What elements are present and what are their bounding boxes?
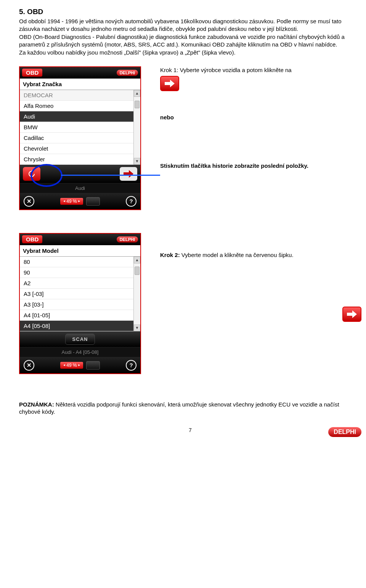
scroll-thumb[interactable] <box>135 267 140 275</box>
list-item[interactable]: Alfa Romeo <box>20 101 133 111</box>
help-icon[interactable]: ? <box>126 360 136 371</box>
scroll-up-icon[interactable]: ▲ <box>134 90 140 97</box>
list-item[interactable]: A4 [05-08] <box>20 321 133 331</box>
scroll-thumb[interactable] <box>135 101 140 108</box>
keyboard-icon[interactable] <box>86 197 100 206</box>
device-screen-1: OBD DELPHI Vybrat Značka DEMOCARAlfa Rom… <box>19 66 141 210</box>
intro-paragraph-3: Za každou volbou nabídky jsou možnosti „… <box>19 49 361 56</box>
step2-text: Krok 2: Vyberte model a klikněte na červ… <box>160 251 361 259</box>
list-title: Vybrat Značka <box>20 79 140 90</box>
list-item[interactable]: DEMOCAR <box>20 90 133 101</box>
list-item[interactable]: Cadillac <box>20 133 133 143</box>
list-item[interactable]: A3 [-03] <box>20 289 133 299</box>
step1-text: Krok 1: Vyberte výrobce vozidla a potom … <box>160 66 361 74</box>
obd-badge: OBD <box>22 69 42 77</box>
list-item[interactable]: Chrysler <box>20 154 133 165</box>
status-text: Audi <box>20 183 140 193</box>
history-button[interactable] <box>23 167 40 181</box>
list-item[interactable]: 90 <box>20 267 133 278</box>
keyboard-icon[interactable] <box>86 361 100 370</box>
footnote: POZNÁMKA: Některá vozidla podporují funk… <box>19 401 361 416</box>
obd-badge: OBD <box>22 235 42 243</box>
list-item[interactable]: A2 <box>20 278 133 289</box>
next-button[interactable] <box>120 167 137 181</box>
scrollbar[interactable]: ▲ ▼ <box>133 90 140 165</box>
delphi-badge: DELPHI <box>117 236 138 243</box>
list-item[interactable]: 80 <box>20 257 133 267</box>
list-item[interactable]: Chevrolet <box>20 143 133 154</box>
page-number: 7 <box>189 427 192 433</box>
intro-paragraph-1: Od období 1994 - 1996 je většina nových … <box>19 18 361 32</box>
close-icon[interactable]: ✕ <box>24 196 34 207</box>
intro-paragraph-2: OBD (On-Board Diagnostics - Palubní diag… <box>19 33 361 48</box>
history-hint: Stisknutím tlačítka historie zobrazíte p… <box>160 162 308 169</box>
delphi-logo: DELPHI <box>328 427 361 437</box>
screenshot-1-container: OBD DELPHI Vybrat Značka DEMOCARAlfa Rom… <box>19 66 149 210</box>
percent-indicator[interactable]: ◄49 %► <box>60 198 83 205</box>
nebo-text: nebo <box>160 114 174 120</box>
close-icon[interactable]: ✕ <box>24 360 34 371</box>
list-item[interactable]: A3 [03-] <box>20 299 133 310</box>
delphi-badge: DELPHI <box>117 70 138 76</box>
list-title: Vybrat Model <box>20 245 140 257</box>
percent-indicator[interactable]: ◄49 %► <box>60 362 83 369</box>
list-item[interactable]: Audi <box>20 111 133 122</box>
status-text: Audi - A4 [05-08] <box>20 347 140 357</box>
screenshot-2-container: OBD DELPHI Vybrat Model 8090A2A3 [-03]A3… <box>19 233 149 374</box>
scroll-down-icon[interactable]: ▼ <box>134 158 140 165</box>
scroll-down-icon[interactable]: ▼ <box>134 325 140 331</box>
scroll-up-icon[interactable]: ▲ <box>134 257 140 263</box>
scrollbar[interactable]: ▲ ▼ <box>133 257 140 331</box>
arrow-right-icon <box>342 307 361 322</box>
brand-list[interactable]: DEMOCARAlfa RomeoAudiBMWCadillacChevrole… <box>20 90 133 165</box>
arrow-right-icon <box>160 76 179 91</box>
section-heading: 5. OBD <box>19 8 361 16</box>
help-icon[interactable]: ? <box>126 196 136 207</box>
device-screen-2: OBD DELPHI Vybrat Model 8090A2A3 [-03]A3… <box>19 233 141 374</box>
model-list[interactable]: 8090A2A3 [-03]A3 [03-]A4 [01-05]A4 [05-0… <box>20 257 133 331</box>
list-item[interactable]: A4 [01-05] <box>20 310 133 321</box>
scan-button[interactable]: SCAN <box>65 334 95 345</box>
list-item[interactable]: BMW <box>20 122 133 133</box>
blue-line-annotation <box>61 175 160 176</box>
